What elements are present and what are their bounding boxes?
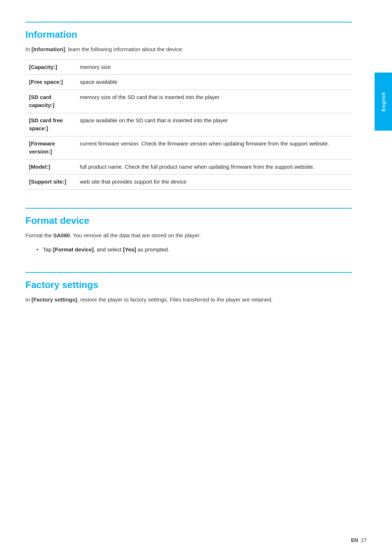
section-divider-format xyxy=(25,208,352,209)
table-value: memory size of the SD card that is inser… xyxy=(76,90,352,113)
table-value: web site that provides support for the d… xyxy=(76,175,352,190)
factory-prefix: In xyxy=(25,296,32,303)
table-key: [Capacity:] xyxy=(25,59,76,75)
section-divider-information xyxy=(25,22,352,22)
intro-term: [Information] xyxy=(32,46,65,52)
format-bullet-item: Tap [Format device], and select [Yes] as… xyxy=(36,245,352,254)
table-key: [Support site:] xyxy=(25,175,76,190)
format-intro: Format the SA080. You remove all the dat… xyxy=(25,231,352,240)
section-divider-factory xyxy=(25,272,352,273)
language-side-tab: English xyxy=(375,73,392,131)
table-key: [SD card free space:] xyxy=(25,113,76,136)
table-value: current firmware version. Check the firm… xyxy=(76,136,352,159)
bullet-term1: [Format device] xyxy=(53,246,94,253)
format-prefix: Format the xyxy=(25,232,53,238)
information-title: Information xyxy=(25,29,352,40)
footer-lang: EN xyxy=(351,537,358,543)
table-key: [Firmware version:] xyxy=(25,136,76,159)
table-row: [Free space:]space available xyxy=(25,75,352,90)
factory-intro: In [Factory settings], restore the playe… xyxy=(25,296,352,304)
bullet-prefix: Tap xyxy=(43,246,53,253)
information-intro: In [Information], learn the following in… xyxy=(25,45,352,54)
table-value: memory size xyxy=(76,59,352,75)
table-key: [Model:] xyxy=(25,159,76,175)
intro-prefix: In xyxy=(25,46,32,52)
side-tab-label: English xyxy=(381,92,386,111)
bullet-term2: [Yes] xyxy=(123,246,136,253)
footer-page: 27 xyxy=(361,537,367,543)
table-row: [Support site:]web site that provides su… xyxy=(25,175,352,190)
table-value: full product name. Check the full produc… xyxy=(76,159,352,175)
format-device-section: Format device Format the SA080. You remo… xyxy=(25,208,352,254)
table-row: [Model:]full product name. Check the ful… xyxy=(25,159,352,175)
table-key: [SD card capacity:] xyxy=(25,90,76,113)
format-suffix: . You remove all the data that are store… xyxy=(70,232,201,238)
format-device-title: Format device xyxy=(25,215,352,226)
table-value: space available xyxy=(76,75,352,90)
bullet-suffix: as prompted. xyxy=(136,246,170,253)
factory-suffix: , restore the player to factory settings… xyxy=(77,296,273,303)
table-value: space available on the SD card that is i… xyxy=(76,113,352,136)
format-bullet-list: Tap [Format device], and select [Yes] as… xyxy=(25,245,352,254)
table-row: [SD card capacity:]memory size of the SD… xyxy=(25,90,352,113)
factory-term: [Factory settings] xyxy=(32,296,77,303)
format-brand: SA080 xyxy=(53,232,70,238)
table-row: [Firmware version:]current firmware vers… xyxy=(25,136,352,159)
information-table: [Capacity:]memory size[Free space:]space… xyxy=(25,59,352,190)
factory-settings-section: Factory settings In [Factory settings], … xyxy=(25,272,352,304)
page-footer: EN 27 xyxy=(351,537,367,543)
table-row: [SD card free space:]space available on … xyxy=(25,113,352,136)
table-key: [Free space:] xyxy=(25,75,76,90)
bullet-mid: , and select xyxy=(94,246,123,253)
factory-settings-title: Factory settings xyxy=(25,279,352,291)
table-row: [Capacity:]memory size xyxy=(25,59,352,75)
information-section: Information In [Information], learn the … xyxy=(25,22,352,190)
intro-suffix: , learn the following information about … xyxy=(65,46,183,52)
